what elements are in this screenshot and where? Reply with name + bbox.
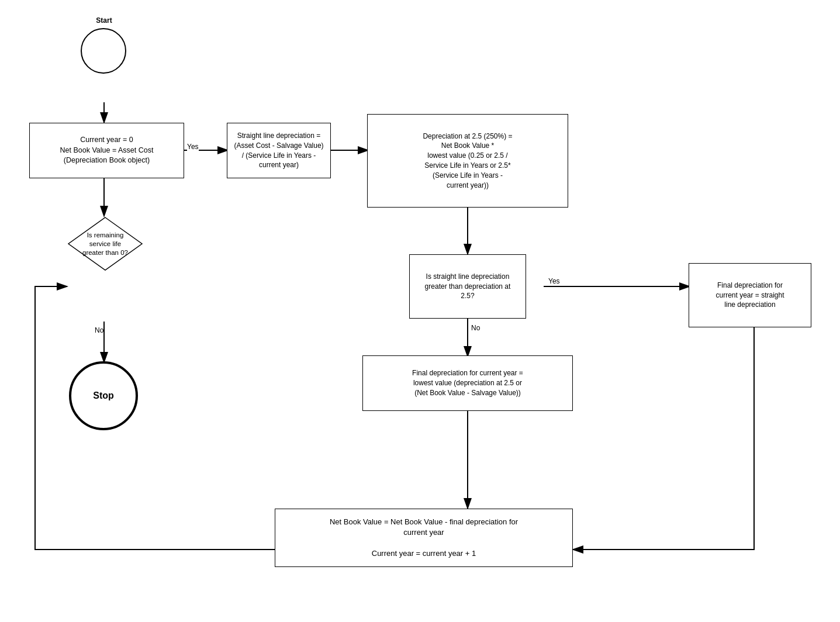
depreciation-25-box: Depreciation at 2.5 (250%) = Net Book Va…: [367, 114, 568, 208]
start-label: Start: [87, 16, 122, 25]
straight-line-box: Straight line depreciation = (Asset Cost…: [227, 123, 331, 178]
start-circle: [81, 28, 126, 74]
flowchart: Start Current year = 0 Net Book Value = …: [0, 0, 840, 622]
init-box: Current year = 0 Net Book Value = Asset …: [29, 123, 184, 178]
final-dep-lowest-box: Final depreciation for current year = lo…: [362, 355, 573, 411]
no-label-1: No: [95, 326, 103, 334]
is-straight-line-diamond: Is straight line depreciation greater th…: [409, 254, 526, 319]
net-book-value-update-box: Net Book Value = Net Book Value - final …: [275, 509, 573, 567]
yes-label-2: Yes: [548, 277, 560, 285]
final-dep-straight-line-box: Final depreciation for current year = st…: [689, 263, 811, 327]
service-life-diamond: Is remaining service life greater than 0…: [67, 216, 143, 272]
yes-label-1: Yes: [187, 143, 199, 151]
stop-circle: Stop: [69, 361, 138, 430]
no-label-2: No: [471, 324, 480, 332]
